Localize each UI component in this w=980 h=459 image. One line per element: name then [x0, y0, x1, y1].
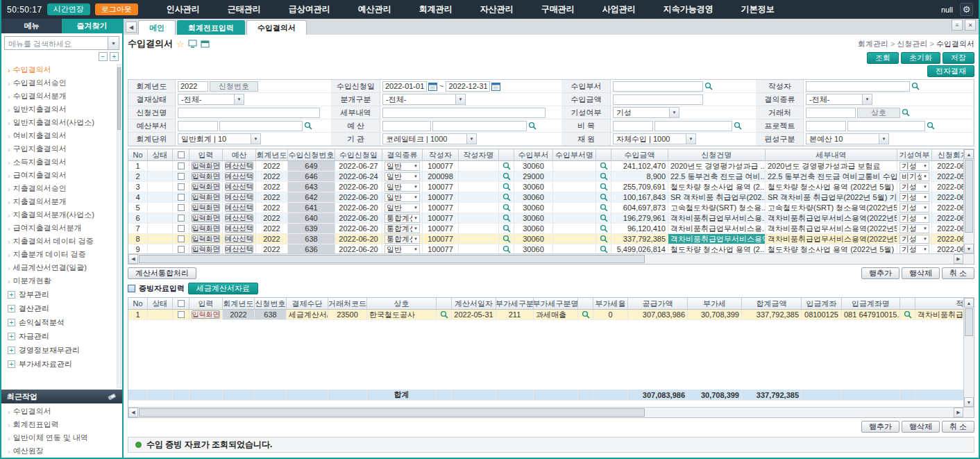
sidebar-tab-favorites[interactable]: 즐겨찾기 — [62, 19, 122, 33]
row-checkbox[interactable] — [173, 310, 189, 320]
column-header[interactable]: 수입금액 — [611, 149, 668, 161]
column-header[interactable]: 적요 — [915, 298, 963, 310]
sidebar-group[interactable]: +경영정보재무관리 — [8, 343, 114, 357]
toolbar-button[interactable]: 조회 — [867, 52, 899, 64]
scroll-down-icon[interactable]: ▼ — [964, 244, 974, 253]
cell-done[interactable]: 기성▼ — [897, 192, 932, 203]
column-header[interactable]: 상태 — [148, 298, 173, 310]
top-menu-item[interactable]: 급상여관리 — [289, 3, 330, 15]
open-input-screen-button[interactable]: 입력화면 — [189, 234, 223, 244]
cell-doctype[interactable]: 일반▼ — [382, 244, 423, 253]
search-icon[interactable] — [499, 244, 514, 253]
cell-done[interactable]: 기성▼ — [897, 161, 932, 172]
column-header[interactable]: 수입신청일 — [335, 149, 382, 161]
row-action-button[interactable]: 행삭제 — [902, 421, 940, 433]
column-header[interactable]: 예산 — [223, 149, 256, 161]
tab-current[interactable]: 수입결의서 — [246, 20, 307, 35]
sidebar-item[interactable]: ›수입결의서 — [8, 63, 114, 76]
collapse-all-icon[interactable]: − — [99, 52, 108, 61]
top-menu-item[interactable]: 구매관리 — [541, 3, 575, 15]
sidebar-item[interactable]: ›구입지출결의서 — [8, 142, 114, 156]
table-row[interactable]: 8입력화면예산선택20226382022-06-20통합계산서▼10007730… — [128, 234, 963, 244]
extend-time-button[interactable]: 시간연장 — [47, 3, 90, 15]
scroll-right-icon[interactable]: ▶ — [954, 408, 963, 417]
tab-item[interactable]: 회계전표입력 — [177, 20, 245, 35]
table-row[interactable]: 4입력화면예산선택20226422022-06-20일반▼10007730060… — [128, 192, 963, 203]
column-header[interactable] — [437, 298, 452, 310]
sidebar-group[interactable]: +자금관리 — [8, 329, 114, 343]
sidebar-item[interactable]: ›지출결의서 데이터 검증 — [8, 235, 114, 248]
column-header[interactable]: 공급가액 — [628, 298, 688, 310]
search-icon[interactable] — [499, 192, 514, 203]
search-icon[interactable] — [596, 161, 611, 172]
filter-select[interactable]: -전체-▼ — [806, 94, 872, 105]
sidebar-item[interactable]: ›미분개현황 — [8, 274, 114, 287]
search-icon[interactable] — [528, 122, 537, 130]
search-icon[interactable] — [900, 310, 915, 320]
column-header[interactable]: 수입부서명 — [553, 149, 596, 161]
filter-input[interactable] — [806, 108, 856, 118]
cell-doctype[interactable]: 통합계산서▼ — [382, 224, 423, 234]
breadcrumb-item[interactable]: 신청관리 — [897, 40, 927, 48]
cell-done[interactable]: 기성▼ — [897, 203, 932, 213]
filter-input[interactable] — [613, 121, 653, 131]
top-menu-item[interactable]: 회계관리 — [419, 3, 453, 15]
search-icon[interactable] — [578, 310, 593, 320]
row-checkbox[interactable] — [173, 234, 189, 244]
column-header[interactable] — [578, 298, 593, 310]
scrollbar-track[interactable] — [964, 159, 974, 244]
top-menu-item[interactable]: 기본정보 — [741, 3, 775, 15]
search-icon[interactable] — [704, 82, 713, 90]
search-icon[interactable] — [304, 122, 312, 130]
cell-doctype[interactable]: 통합계산서▼ — [382, 234, 423, 244]
top-menu-item[interactable]: 사업관리 — [602, 3, 636, 15]
column-header[interactable]: 부가세구분명 — [534, 298, 578, 310]
row-action-button[interactable]: 취 소 — [942, 267, 974, 279]
row-action-button[interactable]: 행삭제 — [902, 267, 940, 279]
scroll-left-icon[interactable]: ◀ — [128, 254, 138, 264]
filter-input[interactable] — [613, 94, 703, 105]
cell-done[interactable]: 기성▼ — [897, 213, 932, 224]
invoice-merge-button[interactable]: 계산서통합처리 — [128, 267, 196, 279]
column-header[interactable]: 부가세율 — [593, 298, 628, 310]
logout-button[interactable]: 로그아웃 — [95, 3, 138, 15]
filter-select[interactable]: -전체-▼ — [382, 94, 466, 105]
scrollbar-thumb[interactable] — [139, 255, 645, 263]
cell-done[interactable]: 기성▼ — [897, 234, 932, 244]
sidebar-item[interactable]: ›지출분개 데이터 검증 — [8, 248, 114, 261]
search-icon[interactable] — [499, 224, 514, 234]
column-header[interactable]: 작성자명 — [459, 149, 499, 161]
column-header[interactable]: 작성자 — [423, 149, 459, 161]
select-all-checkbox[interactable] — [178, 300, 185, 307]
search-icon[interactable] — [499, 203, 514, 213]
scrollbar-track[interactable] — [138, 254, 954, 264]
scrollbar-thumb[interactable] — [965, 308, 973, 336]
open-input-screen-button[interactable]: 입력화면 — [189, 203, 223, 213]
sidebar-item[interactable]: ›수입결의서분개 — [8, 90, 114, 103]
filter-input[interactable] — [219, 121, 303, 131]
column-header[interactable]: 입력 — [189, 298, 223, 310]
column-header[interactable]: 입금계좌 — [802, 298, 842, 310]
top-menu-item[interactable]: 인사관리 — [167, 3, 200, 15]
scroll-right-icon[interactable]: ▶ — [954, 254, 963, 264]
sidebar-item[interactable]: ›지출결의서분개(사업소) — [8, 208, 114, 222]
column-header[interactable]: 회계년도 — [223, 298, 255, 310]
select-budget-button[interactable]: 예산선택 — [223, 172, 256, 182]
filter-input[interactable] — [654, 121, 732, 131]
row-checkbox[interactable] — [173, 213, 189, 224]
close-icon[interactable]: ✕ — [965, 19, 976, 31]
prev-tab-icon[interactable]: ◀ — [126, 22, 137, 33]
cell-done[interactable]: 비기성▼ — [897, 172, 932, 182]
toolbar-button[interactable]: 저장 — [943, 52, 974, 64]
sidebar-item[interactable]: ›급여지출결의서분개 — [8, 222, 114, 235]
breadcrumb-item[interactable]: 회계관리 — [858, 40, 888, 48]
column-header[interactable]: 입금계좌명 — [842, 298, 900, 310]
sidebar-item[interactable]: ›소득지출결의서 — [8, 156, 114, 169]
filter-select[interactable]: -전체-▼ — [178, 94, 244, 105]
expand-all-icon[interactable]: + — [110, 52, 119, 61]
column-header[interactable]: 신청건명 — [668, 149, 766, 161]
table-row[interactable]: 1입력화면2022638세금계산서/...23500한국철도공사2022-05-… — [128, 310, 963, 320]
open-input-screen-button[interactable]: 입력화면 — [189, 182, 223, 192]
column-header[interactable] — [499, 149, 514, 161]
column-header[interactable]: No — [128, 149, 148, 161]
